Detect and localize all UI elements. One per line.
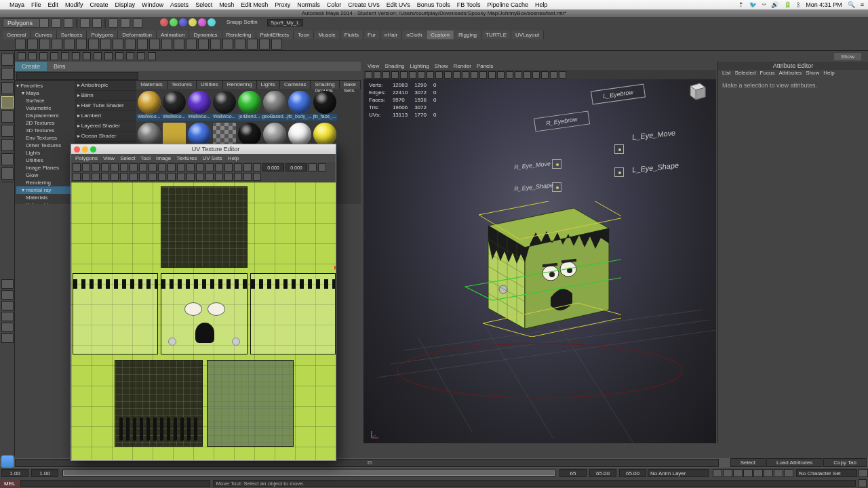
uv-shell-side2[interactable]	[250, 273, 336, 354]
hs-tab-cameras[interactable]: Cameras	[280, 81, 311, 89]
shelf-button[interactable]	[125, 39, 136, 49]
vp-icon[interactable]	[409, 71, 416, 79]
vp-icon[interactable]	[444, 71, 452, 79]
vp-icon[interactable]	[532, 71, 540, 79]
uv-tool-button[interactable]	[205, 163, 214, 171]
redo-icon[interactable]	[92, 18, 102, 28]
uv-tool-button[interactable]	[139, 163, 147, 171]
uv-tool-button[interactable]	[111, 173, 119, 181]
shelf-tab-ncloth[interactable]: nCloth	[402, 30, 427, 39]
uv-shell-side1[interactable]	[73, 273, 158, 354]
statusline-button[interactable]	[28, 52, 37, 60]
tree-item[interactable]: Materials	[16, 194, 73, 201]
menu-assets[interactable]: Assets	[170, 1, 189, 8]
ae-menu-focus[interactable]: Focus	[760, 70, 775, 78]
vp-icon[interactable]	[497, 71, 505, 79]
l-eye-shape-handle[interactable]	[614, 167, 624, 177]
tree-item[interactable]: Glow	[16, 171, 73, 179]
uv-menu-uvsets[interactable]: UV Sets	[203, 155, 222, 161]
vp-icon[interactable]	[427, 71, 434, 79]
tree-item[interactable]: ▾ mental ray	[16, 186, 73, 194]
uv-tool-button[interactable]	[82, 173, 90, 181]
twitter-icon[interactable]: 🐦	[749, 1, 757, 8]
uv-tool-button[interactable]	[186, 163, 195, 171]
uv-shell-face[interactable]	[161, 273, 248, 354]
category-item[interactable]: ▸ Ocean Shader	[75, 131, 137, 142]
vp-icon[interactable]	[506, 71, 513, 79]
tree-item[interactable]: Lights	[16, 149, 73, 157]
layout-persp-outliner[interactable]	[1, 323, 14, 332]
shelf-button[interactable]	[149, 39, 160, 49]
tree-item[interactable]: Volumetric	[16, 201, 73, 204]
shelf-button[interactable]	[247, 39, 258, 49]
create-tab[interactable]: Create	[15, 62, 47, 71]
tree-item[interactable]: 2D Textures	[16, 119, 73, 127]
material-swatch[interactable]: WallWoo...	[186, 89, 212, 121]
statusline-button[interactable]	[18, 52, 26, 60]
vp-menu-render[interactable]: Render	[454, 63, 471, 69]
uv-tool-button[interactable]	[186, 173, 195, 181]
uv-tool-button[interactable]	[82, 163, 90, 171]
statusline-button[interactable]	[39, 52, 47, 60]
shelf-button[interactable]	[76, 39, 87, 49]
menu-color[interactable]: Color	[327, 1, 342, 8]
statusline-button[interactable]	[94, 52, 102, 60]
fast-forward-button[interactable]	[784, 469, 793, 477]
shelf-button[interactable]	[88, 39, 99, 49]
uv-tool-button[interactable]	[234, 163, 242, 171]
category-item[interactable]: ▸ Hair Tube Shader	[75, 101, 137, 111]
shelf-button[interactable]	[222, 39, 233, 49]
uv-shell-bottom1[interactable]	[115, 360, 203, 447]
vp-menu-lighting[interactable]: Lighting	[410, 63, 429, 69]
category-item[interactable]: ▸ Lambert	[75, 111, 137, 121]
command-input[interactable]	[20, 480, 210, 487]
hs-tab-shadinggroups[interactable]: Shading Groups	[311, 81, 339, 89]
snap-live-icon[interactable]	[198, 18, 206, 26]
character-mesh[interactable]	[458, 201, 621, 337]
menu-edit[interactable]: Edit	[48, 1, 59, 8]
category-item[interactable]: ▸ Layered Shader	[75, 121, 137, 131]
shelf-button[interactable]	[174, 39, 184, 49]
uv-tool-button[interactable]	[101, 163, 109, 171]
layout-two-stacked[interactable]	[1, 312, 14, 321]
vp-icon[interactable]	[374, 71, 381, 79]
vp-menu-shading[interactable]: Shading	[384, 63, 404, 69]
cmd-language-label[interactable]: MEL	[0, 480, 19, 487]
menu-mesh[interactable]: Mesh	[219, 1, 234, 8]
menu-pipeline[interactable]: Pipeline Cache	[488, 1, 529, 8]
rotate-tool[interactable]	[1, 110, 14, 123]
minimize-icon[interactable]	[82, 146, 88, 152]
uv-tool-button[interactable]	[318, 163, 326, 171]
shelf-button[interactable]	[27, 39, 38, 49]
snap-plane-icon[interactable]	[189, 18, 197, 26]
script-editor-button[interactable]	[859, 479, 867, 487]
spotlight-icon[interactable]: 🔍	[848, 1, 855, 8]
uv-tool-button[interactable]	[149, 163, 157, 171]
range-end-outer2[interactable]: 65.00	[619, 469, 646, 477]
range-end-inner[interactable]: 65	[559, 469, 587, 477]
vp-icon[interactable]	[391, 71, 399, 79]
uv-tool-button[interactable]	[73, 163, 81, 171]
ae-load-tab[interactable]: Load Attributes	[766, 458, 823, 467]
vp-icon[interactable]	[471, 71, 478, 79]
uv-tool-button[interactable]	[120, 173, 128, 181]
uv-shell-top[interactable]	[161, 186, 248, 268]
statusline-button[interactable]	[115, 52, 123, 60]
uv-tool-button[interactable]	[253, 163, 261, 171]
scale-tool[interactable]	[1, 125, 14, 137]
shelf-button[interactable]	[210, 39, 221, 49]
uv-menu-polygons[interactable]: Polygons	[75, 155, 98, 161]
uv-tool-button[interactable]	[215, 163, 223, 171]
vp-menu-show[interactable]: Show	[435, 63, 448, 69]
statusline-button[interactable]	[83, 52, 91, 60]
uv-menu-textures[interactable]: Textures	[176, 155, 197, 161]
shelf-button[interactable]	[271, 39, 282, 49]
l-eye-move-handle[interactable]	[614, 144, 624, 154]
input-field[interactable]: Spo9_My_L	[267, 19, 303, 26]
vp-icon[interactable]	[515, 71, 522, 79]
notification-icon[interactable]: ≡	[861, 1, 864, 8]
uv-tool-button[interactable]	[253, 173, 261, 181]
shelf-tab-fluids[interactable]: Fluids	[340, 30, 363, 39]
lasso-tool[interactable]	[1, 68, 14, 80]
paint-select-icon[interactable]	[133, 18, 142, 28]
